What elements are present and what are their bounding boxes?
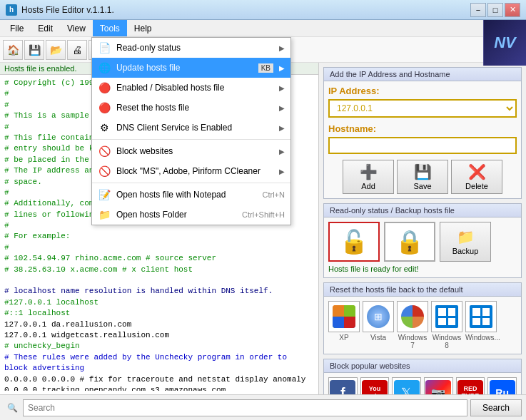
toolbar-open[interactable]: 📂	[46, 40, 66, 60]
unlocked-button[interactable]: 🔒	[384, 222, 435, 262]
update-label: Update hosts file	[116, 63, 250, 73]
vista-label: Vista	[363, 334, 394, 349]
menu-tools[interactable]: Tools	[93, 20, 127, 36]
save-label: Save	[413, 182, 431, 190]
twitter-icon: 𝕏	[394, 380, 420, 394]
hostname-label: Hostname:	[328, 123, 517, 134]
menu-edit[interactable]: Edit	[31, 20, 60, 36]
readonly-icon: 📄	[98, 41, 111, 54]
separator-1	[92, 139, 290, 140]
ip-section-title: Add the IP Address and Hostname	[324, 68, 521, 81]
search-icon: 🔍	[7, 403, 18, 413]
menu-item-open-notepad[interactable]: 📝 Open hosts file with Notepad Ctrl+N	[92, 185, 290, 205]
ip-dropdown[interactable]: 127.0.0.1 0.0.0.0	[328, 99, 517, 118]
minimize-button[interactable]: −	[470, 3, 486, 17]
readonly-section: Read-only status / Backup hosts file 🔓 🔒…	[323, 203, 522, 278]
block-facebook-button[interactable]: f	[328, 377, 358, 394]
redtube-icon: REDTUBE	[457, 380, 483, 394]
menu-item-readonly[interactable]: 📄 Read-only status ▶	[92, 38, 290, 58]
block-instagram-button[interactable]: 📷	[424, 377, 453, 394]
delete-icon: ❌	[468, 163, 486, 180]
reset-winvista-button[interactable]: ⊞	[363, 301, 394, 332]
reset-winxp-button[interactable]	[328, 301, 360, 332]
win8-label: Windows 8	[431, 334, 462, 349]
hosts-line: #127.0.0.1 localhost	[4, 297, 314, 308]
enable-disable-arrow: ▶	[279, 84, 285, 92]
search-icon-wrap: 🔍	[4, 400, 20, 416]
readonly-section-title: Read-only status / Backup hosts file	[324, 204, 521, 217]
block-youtube-button[interactable]: YouTube	[360, 377, 390, 394]
open-notepad-shortcut: Ctrl+N	[263, 190, 285, 199]
win7-label: Windows 7	[397, 334, 428, 349]
menu-item-block-ms[interactable]: 🚫 Block "MS", Adobe, Piriform CCleaner ▶	[92, 161, 290, 181]
enable-disable-icon: 🔴	[98, 81, 111, 94]
save-button[interactable]: 💾 Save	[397, 160, 448, 194]
tools-dropdown-menu: 📄 Read-only status ▶ 🌐 Update hosts file…	[91, 37, 291, 225]
hosts-line: 127.0.0.1 da.reallusion.com	[4, 319, 314, 330]
open-notepad-label: Open hosts file with Notepad	[116, 190, 257, 200]
update-icon: 🌐	[98, 61, 111, 74]
restore-button[interactable]: □	[487, 3, 503, 17]
delete-button[interactable]: ❌ Delete	[451, 160, 502, 194]
menu-item-enable-disable[interactable]: 🔴 Enabled / Disabled hosts file ▶	[92, 78, 290, 98]
instagram-icon: 📷	[425, 380, 451, 394]
block-websites-label: Block websites	[116, 146, 273, 156]
reset-arrow: ▶	[279, 104, 285, 112]
reset-icon: 🔴	[98, 101, 111, 114]
ip-section-content: IP Address: 127.0.0.1 0.0.0.0 Hostname: …	[324, 81, 521, 198]
reset-win8-button[interactable]	[431, 301, 462, 332]
reset-section-title: Reset the hosts file back to the default	[324, 283, 521, 297]
backup-icon: 📁	[457, 228, 475, 245]
add-button[interactable]: ➕ Add	[343, 160, 394, 194]
hosts-line: #::1 localhost	[4, 308, 314, 319]
block-section-title: Block popular websites	[324, 359, 521, 373]
toolbar-print[interactable]: 🖨	[67, 40, 87, 60]
window-title: Hosts File Editor v.1.1.1.	[21, 5, 470, 15]
hosts-edit-status: Hosts file is ready for edit!	[328, 262, 517, 273]
hosts-line: # These rules were added by the Unchecky…	[4, 352, 314, 374]
hosts-line: #	[4, 242, 314, 253]
block-redtube-button[interactable]: REDTUBE	[456, 377, 485, 394]
hosts-line: 127.0.0.1 widgetcast.reallusion.com	[4, 330, 314, 341]
backup-label: Backup	[452, 247, 479, 255]
right-panel: Add the IP Address and Hostname IP Addre…	[319, 63, 526, 394]
save-icon: 💾	[414, 163, 432, 180]
title-bar: h Hosts File Editor v.1.1.1. − □ ✕	[0, 0, 526, 20]
reset-win10-button[interactable]	[465, 301, 497, 332]
search-button[interactable]: Search	[470, 399, 522, 416]
menu-item-update[interactable]: 🌐 Update hosts file KB ▶	[92, 58, 290, 78]
menu-item-block-websites[interactable]: 🚫 Block websites ▶	[92, 141, 290, 161]
hosts-line	[4, 275, 314, 286]
toolbar-save[interactable]: 💾	[24, 40, 44, 60]
xp-label: XP	[328, 334, 360, 349]
hostname-input[interactable]	[328, 137, 517, 154]
enable-disable-label: Enabled / Disabled hosts file	[116, 83, 273, 93]
reset-section-content: ⊞	[324, 297, 521, 354]
hosts-line: # 38.25.63.10 x.acme.com # x client host	[4, 265, 314, 275]
block-twitter-button[interactable]: 𝕏	[392, 377, 421, 394]
window-controls: − □ ✕	[470, 3, 520, 17]
menu-item-reset[interactable]: 🔴 Reset the hosts file ▶	[92, 98, 290, 118]
menu-item-dns[interactable]: ⚙ DNS Client Service is Enabled ▶	[92, 118, 290, 138]
search-input[interactable]	[23, 399, 467, 416]
menu-help[interactable]: Help	[127, 20, 159, 36]
update-arrow: ▶	[279, 64, 285, 72]
toolbar-home[interactable]: 🏠	[3, 40, 23, 60]
ip-section: Add the IP Address and Hostname IP Addre…	[323, 67, 522, 199]
readonly-label: Read-only status	[116, 43, 273, 53]
backup-button[interactable]: 📁 Backup	[440, 222, 491, 262]
close-button[interactable]: ✕	[505, 3, 520, 17]
dns-label: DNS Client Service is Enabled	[116, 123, 273, 133]
readonly-arrow: ▶	[279, 44, 285, 52]
menu-item-open-folder[interactable]: 📁 Open hosts Folder Ctrl+Shift+H	[92, 205, 290, 225]
reset-section: Reset the hosts file back to the default…	[323, 282, 522, 354]
block-ru-button[interactable]: Ru	[487, 377, 517, 394]
locked-button[interactable]: 🔓	[328, 222, 380, 262]
dns-icon: ⚙	[98, 121, 111, 134]
block-websites-icon: 🚫	[98, 145, 111, 158]
hosts-line: # 102.54.94.97 rhino.acme.com # source s…	[4, 253, 314, 264]
search-bar: 🔍 Search	[0, 394, 526, 420]
menu-view[interactable]: View	[60, 20, 93, 36]
reset-win7-button[interactable]	[397, 301, 428, 332]
menu-file[interactable]: File	[3, 20, 31, 36]
